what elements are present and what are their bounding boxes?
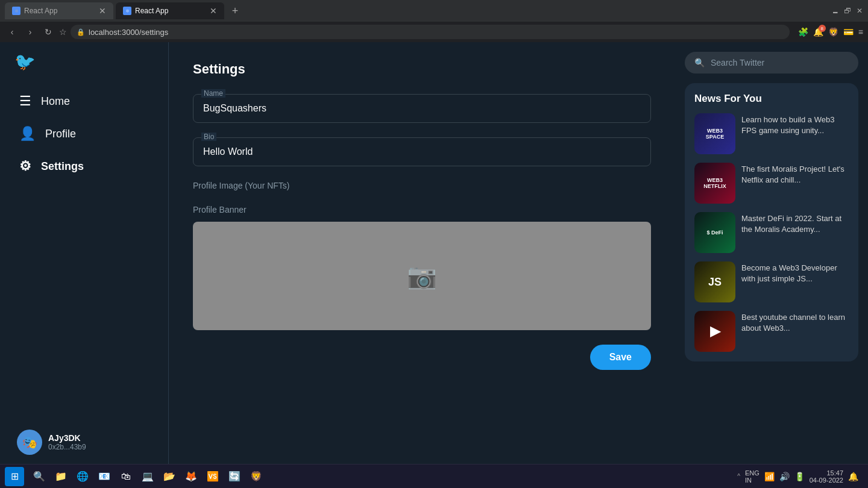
volume-icon[interactable]: 🔊	[779, 472, 790, 481]
taskbar-lang: ENGIN	[745, 469, 760, 484]
browser-tab-1[interactable]: ⚛ React App ✕	[5, 2, 113, 19]
twitter-logo: 🐦	[14, 52, 159, 72]
taskbar-edge[interactable]: 🌐	[72, 466, 93, 487]
maximize-button[interactable]: 🗗	[844, 7, 851, 14]
right-sidebar: 🔍 News For You WEB3SPACE Learn how to bu…	[675, 42, 868, 488]
wallet-icon[interactable]: 💳	[843, 27, 854, 37]
news-item-2[interactable]: WEB3NETFLIX The fisrt Moralis Project! L…	[694, 163, 849, 204]
taskbar-right: ^ ENGIN 📶 🔊 🔋 15:47 04-09-2022 🔔	[737, 469, 863, 484]
taskbar-vscode[interactable]: 🆚	[203, 466, 223, 487]
taskbar-brave[interactable]: 🦁	[246, 466, 266, 487]
search-input[interactable]	[711, 58, 849, 67]
name-label: Name	[201, 89, 225, 98]
browser-nav-right: 🧩 🔔8 🦁 💳 ≡	[798, 27, 863, 37]
news-text-1: Learn how to build a Web3 FPS game using…	[741, 113, 849, 136]
tab-close-2[interactable]: ✕	[210, 6, 217, 16]
taskbar-explorer[interactable]: 📂	[159, 466, 180, 487]
menu-icon[interactable]: ≡	[858, 27, 863, 37]
browser-chrome: ⚛ React App ✕ ⚛ React App ✕ + 🗕 🗗 ✕ ‹ › …	[0, 0, 868, 42]
taskbar-notification[interactable]: 🔔	[848, 472, 858, 481]
news-thumb-2: WEB3NETFLIX	[694, 163, 735, 204]
news-text-4: Become a Web3 Developer with just simple…	[741, 261, 849, 284]
sidebar-item-settings[interactable]: ⚙ Settings	[10, 151, 159, 181]
tab-close-1[interactable]: ✕	[99, 6, 106, 16]
profile-banner-label: Profile Banner	[193, 205, 651, 214]
profile-image-group: Profile Image (Your NFTs)	[193, 181, 651, 190]
taskbar-dev[interactable]: 💻	[137, 466, 158, 487]
search-icon: 🔍	[694, 58, 705, 67]
news-card: News For You WEB3SPACE Learn how to buil…	[685, 83, 858, 361]
taskbar: ⊞ 🔍 📁 🌐 📧 🛍 💻 📂 🦊 🆚 🔄 🦁 ^ ENGIN 📶 🔊 🔋 15…	[0, 464, 868, 488]
sidebar-label-profile: Profile	[45, 128, 76, 140]
taskbar-date-display: 04-09-2022	[810, 477, 843, 484]
new-tab-button[interactable]: +	[227, 2, 244, 19]
save-section: Save	[193, 345, 651, 370]
start-button[interactable]: ⊞	[5, 467, 24, 486]
window-controls: 🗕 🗗 ✕	[832, 7, 863, 14]
profile-banner-group: Profile Banner 📷	[193, 205, 651, 330]
news-item-1[interactable]: WEB3SPACE Learn how to build a Web3 FPS …	[694, 113, 849, 154]
minimize-button[interactable]: 🗕	[832, 7, 839, 14]
taskbar-clock: 15:47 04-09-2022	[810, 469, 843, 484]
news-item-5[interactable]: ▶ Best youtube channel to learn about We…	[694, 311, 849, 352]
browser-tab-2[interactable]: ⚛ React App ✕	[116, 2, 224, 19]
nav-bar: ‹ › ↻ ☆ 🔒 localhost:3000/settings 🧩 🔔8 🦁…	[0, 22, 868, 42]
taskbar-files[interactable]: 📁	[51, 466, 71, 487]
tab-favicon-1: ⚛	[12, 7, 20, 15]
taskbar-mail[interactable]: 📧	[94, 466, 115, 487]
refresh-button[interactable]: ↻	[41, 25, 55, 39]
settings-icon: ⚙	[19, 158, 31, 174]
taskbar-expand[interactable]: ^	[737, 473, 740, 480]
sidebar: 🐦 ☰ Home 👤 Profile ⚙ Settings 🎭 AJy3DK 0…	[0, 42, 169, 488]
news-item-3[interactable]: $ DeFi Master DeFi in 2022. Start at the…	[694, 212, 849, 253]
user-name: AJy3DK	[48, 433, 151, 443]
forward-button[interactable]: ›	[23, 25, 37, 39]
back-button[interactable]: ‹	[5, 25, 19, 39]
news-text-5: Best youtube channel to learn about Web3…	[741, 311, 849, 334]
sidebar-item-profile[interactable]: 👤 Profile	[10, 119, 159, 149]
news-text-3: Master DeFi in 2022. Start at the Morali…	[741, 212, 849, 235]
name-input[interactable]	[193, 94, 651, 123]
user-details: AJy3DK 0x2b...43b9	[48, 433, 151, 451]
main-content: Settings Name Bio Profile Image (Your NF…	[169, 42, 675, 488]
tab-bar: ⚛ React App ✕ ⚛ React App ✕ + 🗕 🗗 ✕	[0, 0, 868, 22]
page-title: Settings	[193, 61, 651, 77]
address-bar[interactable]: 🔒 localhost:3000/settings	[71, 25, 790, 39]
taskbar-search[interactable]: 🔍	[29, 466, 49, 487]
news-item-4[interactable]: JS Become a Web3 Developer with just sim…	[694, 261, 849, 302]
news-text-2: The fisrt Moralis Project! Let's Netflix…	[741, 163, 849, 186]
sidebar-spacer	[10, 184, 159, 422]
bio-input[interactable]	[193, 137, 651, 166]
search-box[interactable]: 🔍	[685, 52, 858, 74]
camera-icon: 📷	[407, 262, 437, 290]
brave-icon[interactable]: 🦁	[828, 27, 838, 37]
extensions-icon[interactable]: 🧩	[798, 27, 808, 37]
battery-icon[interactable]: 🔋	[794, 472, 805, 481]
profile-icon: 👤	[19, 126, 36, 142]
profile-banner-upload[interactable]: 📷	[193, 222, 651, 330]
profile-image-label: Profile Image (Your NFTs)	[193, 181, 651, 190]
news-thumb-3: $ DeFi	[694, 212, 735, 253]
news-section-title: News For You	[694, 93, 849, 105]
sidebar-label-home: Home	[41, 95, 70, 108]
save-button[interactable]: Save	[590, 345, 651, 370]
address-text: localhost:3000/settings	[89, 28, 168, 37]
close-button[interactable]: ✕	[856, 7, 863, 14]
wifi-icon[interactable]: 📶	[764, 472, 775, 481]
name-field-group: Name	[193, 94, 651, 123]
app-layout: 🐦 ☰ Home 👤 Profile ⚙ Settings 🎭 AJy3DK 0…	[0, 42, 868, 488]
taskbar-store[interactable]: 🛍	[116, 466, 136, 487]
news-thumb-5: ▶	[694, 311, 735, 352]
sidebar-item-home[interactable]: ☰ Home	[10, 86, 159, 116]
bookmark-icon[interactable]: ☆	[59, 27, 67, 37]
taskbar-app6[interactable]: 🔄	[224, 466, 245, 487]
lock-icon: 🔒	[77, 28, 85, 36]
tab-title-2: React App	[135, 7, 206, 15]
taskbar-items: 🔍 📁 🌐 📧 🛍 💻 📂 🦊 🆚 🔄 🦁	[29, 466, 737, 487]
alerts-icon[interactable]: 🔔8	[813, 27, 823, 37]
tab-title-1: React App	[24, 7, 95, 15]
taskbar-firefox[interactable]: 🦊	[181, 466, 201, 487]
tab-favicon-2: ⚛	[123, 7, 131, 15]
avatar: 🎭	[17, 430, 42, 455]
bio-label: Bio	[201, 133, 216, 141]
